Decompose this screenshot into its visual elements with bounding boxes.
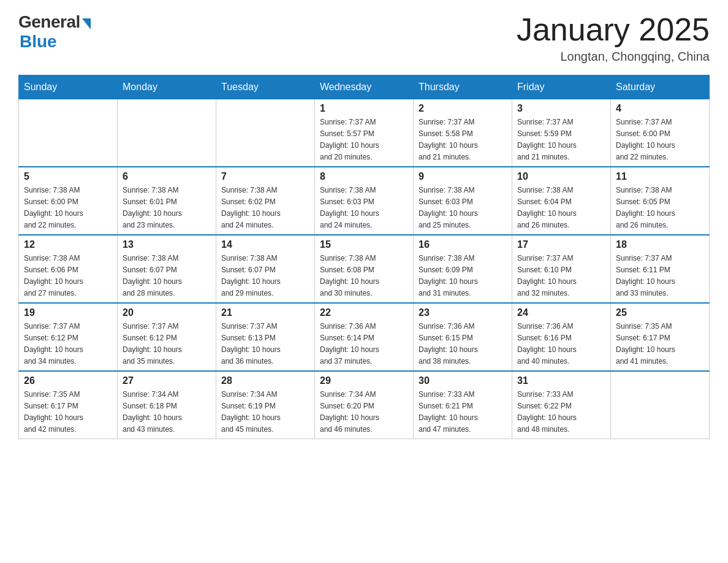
calendar-cell: 23Sunrise: 7:36 AM Sunset: 6:15 PM Dayli… (414, 303, 512, 371)
day-number: 24 (517, 307, 605, 318)
calendar-cell: 7Sunrise: 7:38 AM Sunset: 6:02 PM Daylig… (216, 167, 315, 235)
title-block: January 2025 Longtan, Chongqing, China (517, 12, 710, 64)
calendar-cell: 16Sunrise: 7:38 AM Sunset: 6:09 PM Dayli… (414, 235, 512, 303)
day-number: 21 (221, 307, 309, 318)
calendar-cell: 30Sunrise: 7:33 AM Sunset: 6:21 PM Dayli… (414, 371, 512, 439)
day-number: 12 (24, 239, 112, 250)
day-info: Sunrise: 7:37 AM Sunset: 5:57 PM Dayligh… (320, 118, 379, 161)
day-info: Sunrise: 7:36 AM Sunset: 6:15 PM Dayligh… (419, 322, 478, 366)
day-number: 17 (517, 239, 605, 250)
day-info: Sunrise: 7:37 AM Sunset: 6:11 PM Dayligh… (616, 254, 675, 297)
day-number: 14 (221, 239, 309, 250)
day-number: 8 (320, 171, 408, 182)
calendar-header: SundayMondayTuesdayWednesdayThursdayFrid… (19, 75, 710, 99)
day-info: Sunrise: 7:34 AM Sunset: 6:19 PM Dayligh… (221, 390, 281, 434)
day-number: 15 (320, 239, 408, 250)
day-info: Sunrise: 7:38 AM Sunset: 6:01 PM Dayligh… (123, 186, 182, 229)
calendar-table: SundayMondayTuesdayWednesdayThursdayFrid… (18, 75, 710, 439)
weekday-header-row: SundayMondayTuesdayWednesdayThursdayFrid… (19, 75, 710, 99)
day-info: Sunrise: 7:37 AM Sunset: 6:10 PM Dayligh… (517, 254, 577, 297)
calendar-cell: 5Sunrise: 7:38 AM Sunset: 6:00 PM Daylig… (19, 167, 118, 235)
day-number: 1 (320, 103, 408, 114)
logo-general-text: General (18, 12, 80, 32)
calendar-cell: 9Sunrise: 7:38 AM Sunset: 6:03 PM Daylig… (414, 167, 512, 235)
day-number: 22 (320, 307, 408, 318)
day-info: Sunrise: 7:38 AM Sunset: 6:04 PM Dayligh… (517, 186, 577, 229)
calendar-cell: 3Sunrise: 7:37 AM Sunset: 5:59 PM Daylig… (512, 99, 611, 167)
day-info: Sunrise: 7:35 AM Sunset: 6:17 PM Dayligh… (616, 322, 675, 366)
calendar-cell: 17Sunrise: 7:37 AM Sunset: 6:10 PM Dayli… (512, 235, 611, 303)
calendar-cell: 27Sunrise: 7:34 AM Sunset: 6:18 PM Dayli… (118, 371, 216, 439)
day-info: Sunrise: 7:38 AM Sunset: 6:06 PM Dayligh… (24, 254, 83, 297)
page-header: General Blue January 2025 Longtan, Chong… (18, 12, 710, 64)
calendar-cell: 18Sunrise: 7:37 AM Sunset: 6:11 PM Dayli… (611, 235, 710, 303)
day-info: Sunrise: 7:38 AM Sunset: 6:03 PM Dayligh… (320, 186, 379, 229)
day-info: Sunrise: 7:37 AM Sunset: 6:13 PM Dayligh… (221, 322, 281, 366)
day-number: 10 (517, 171, 605, 182)
day-info: Sunrise: 7:35 AM Sunset: 6:17 PM Dayligh… (24, 390, 83, 434)
day-info: Sunrise: 7:38 AM Sunset: 6:08 PM Dayligh… (320, 254, 379, 297)
day-number: 11 (616, 171, 704, 182)
day-number: 30 (419, 375, 507, 386)
day-number: 5 (24, 171, 112, 182)
week-row-3: 12Sunrise: 7:38 AM Sunset: 6:06 PM Dayli… (19, 235, 710, 303)
day-info: Sunrise: 7:33 AM Sunset: 6:22 PM Dayligh… (517, 390, 577, 434)
week-row-5: 26Sunrise: 7:35 AM Sunset: 6:17 PM Dayli… (19, 371, 710, 439)
day-info: Sunrise: 7:33 AM Sunset: 6:21 PM Dayligh… (419, 390, 478, 434)
day-info: Sunrise: 7:37 AM Sunset: 5:59 PM Dayligh… (517, 118, 577, 161)
day-number: 6 (123, 171, 211, 182)
month-title: January 2025 (517, 12, 710, 47)
weekday-header-thursday: Thursday (414, 75, 512, 99)
day-number: 26 (24, 375, 112, 386)
weekday-header-friday: Friday (512, 75, 611, 99)
weekday-header-wednesday: Wednesday (315, 75, 414, 99)
calendar-cell (19, 99, 118, 167)
day-info: Sunrise: 7:34 AM Sunset: 6:18 PM Dayligh… (123, 390, 182, 434)
day-number: 7 (221, 171, 309, 182)
calendar-cell: 19Sunrise: 7:37 AM Sunset: 6:12 PM Dayli… (19, 303, 118, 371)
day-number: 29 (320, 375, 408, 386)
calendar-cell (118, 99, 216, 167)
day-info: Sunrise: 7:37 AM Sunset: 5:58 PM Dayligh… (419, 118, 478, 161)
logo-blue-text: Blue (20, 32, 57, 52)
day-number: 20 (123, 307, 211, 318)
calendar-cell: 4Sunrise: 7:37 AM Sunset: 6:00 PM Daylig… (611, 99, 710, 167)
week-row-1: 1Sunrise: 7:37 AM Sunset: 5:57 PM Daylig… (19, 99, 710, 167)
day-info: Sunrise: 7:36 AM Sunset: 6:14 PM Dayligh… (320, 322, 379, 366)
day-info: Sunrise: 7:38 AM Sunset: 6:07 PM Dayligh… (123, 254, 182, 297)
day-info: Sunrise: 7:38 AM Sunset: 6:03 PM Dayligh… (419, 186, 478, 229)
day-number: 16 (419, 239, 507, 250)
day-number: 27 (123, 375, 211, 386)
calendar-cell: 28Sunrise: 7:34 AM Sunset: 6:19 PM Dayli… (216, 371, 315, 439)
calendar-cell: 26Sunrise: 7:35 AM Sunset: 6:17 PM Dayli… (19, 371, 118, 439)
location-text: Longtan, Chongqing, China (517, 50, 710, 64)
weekday-header-saturday: Saturday (611, 75, 710, 99)
day-info: Sunrise: 7:38 AM Sunset: 6:00 PM Dayligh… (24, 186, 83, 229)
logo-arrow-icon (82, 18, 91, 29)
day-info: Sunrise: 7:37 AM Sunset: 6:12 PM Dayligh… (24, 322, 83, 366)
calendar-cell: 24Sunrise: 7:36 AM Sunset: 6:16 PM Dayli… (512, 303, 611, 371)
calendar-cell: 12Sunrise: 7:38 AM Sunset: 6:06 PM Dayli… (19, 235, 118, 303)
weekday-header-sunday: Sunday (19, 75, 118, 99)
day-info: Sunrise: 7:38 AM Sunset: 6:05 PM Dayligh… (616, 186, 675, 229)
day-number: 9 (419, 171, 507, 182)
weekday-header-tuesday: Tuesday (216, 75, 315, 99)
day-info: Sunrise: 7:37 AM Sunset: 6:12 PM Dayligh… (123, 322, 182, 366)
calendar-cell: 31Sunrise: 7:33 AM Sunset: 6:22 PM Dayli… (512, 371, 611, 439)
calendar-cell: 29Sunrise: 7:34 AM Sunset: 6:20 PM Dayli… (315, 371, 414, 439)
calendar-cell: 20Sunrise: 7:37 AM Sunset: 6:12 PM Dayli… (118, 303, 216, 371)
day-number: 3 (517, 103, 605, 114)
day-number: 25 (616, 307, 704, 318)
day-number: 28 (221, 375, 309, 386)
calendar-cell (611, 371, 710, 439)
calendar-cell: 14Sunrise: 7:38 AM Sunset: 6:07 PM Dayli… (216, 235, 315, 303)
day-info: Sunrise: 7:38 AM Sunset: 6:07 PM Dayligh… (221, 254, 281, 297)
calendar-cell: 10Sunrise: 7:38 AM Sunset: 6:04 PM Dayli… (512, 167, 611, 235)
day-number: 2 (419, 103, 507, 114)
day-number: 13 (123, 239, 211, 250)
calendar-cell: 2Sunrise: 7:37 AM Sunset: 5:58 PM Daylig… (414, 99, 512, 167)
calendar-cell: 6Sunrise: 7:38 AM Sunset: 6:01 PM Daylig… (118, 167, 216, 235)
calendar-cell: 13Sunrise: 7:38 AM Sunset: 6:07 PM Dayli… (118, 235, 216, 303)
calendar-cell: 15Sunrise: 7:38 AM Sunset: 6:08 PM Dayli… (315, 235, 414, 303)
day-info: Sunrise: 7:36 AM Sunset: 6:16 PM Dayligh… (517, 322, 577, 366)
